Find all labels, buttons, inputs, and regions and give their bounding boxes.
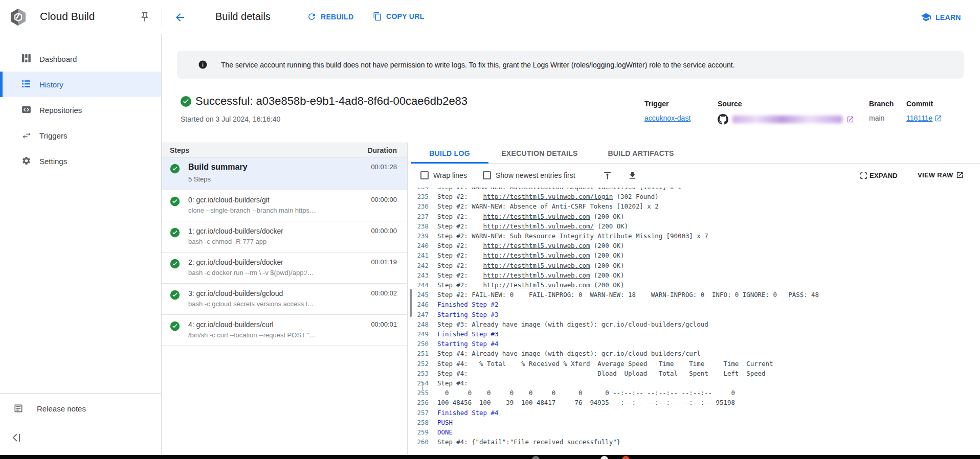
step-row-1[interactable]: 1: gcr.io/cloud-builders/dockerbash -c c… (162, 221, 407, 253)
branch-label: Branch (869, 100, 894, 108)
log-line-text: Finished Step #4 (437, 408, 498, 418)
log-line-number[interactable]: 242 (411, 261, 429, 270)
log-line-number[interactable]: 258 (411, 418, 429, 427)
steps-column-header: Steps (170, 146, 189, 154)
log-line-number[interactable]: 248 (411, 319, 429, 329)
log-url-link[interactable]: http://testhtml5.vulnweb.com (483, 251, 590, 259)
log-line-number[interactable]: 240 (411, 241, 429, 250)
log-line: 245Step #2: FAIL-NEW: 0 FAIL-INPROG: 0 W… (411, 290, 980, 300)
log-line-text: Step #2: http://testhtml5.vulnweb.com (2… (437, 250, 625, 260)
log-line-number[interactable]: 246 (411, 300, 429, 309)
commit-link[interactable]: 118111e (906, 114, 932, 122)
log-url-link[interactable]: http://testhtml5.vulnweb.com (483, 281, 590, 289)
tab-build-log[interactable]: BUILD LOG (411, 143, 488, 164)
log-line-number[interactable]: 252 (411, 359, 429, 369)
download-logs-icon[interactable] (628, 171, 637, 180)
app-title: Cloud Build (40, 10, 95, 22)
log-url-link[interactable]: http://testhtml5.vulnweb.com/ (483, 222, 594, 230)
steps-panel: Steps Duration Build summary 5 Steps 00:… (162, 143, 408, 455)
log-url-link[interactable]: http://testhtml5.vulnweb.com (483, 271, 590, 279)
log-line-number[interactable]: 241 (411, 250, 429, 260)
log-line-number[interactable]: 257 (411, 408, 429, 418)
log-line-number[interactable]: 243 (411, 270, 429, 280)
step-subtitle: bash -c chmod -R 777 app (188, 238, 266, 245)
log-line-number[interactable]: 259 (411, 427, 429, 437)
log-line-number[interactable]: 236 (411, 201, 429, 211)
log-line-number[interactable]: 251 (411, 349, 429, 358)
log-line-number[interactable]: 245 (411, 290, 429, 300)
copy-icon (373, 12, 382, 21)
source-link-redacted[interactable] (718, 114, 854, 125)
scroll-to-top-icon[interactable] (603, 171, 612, 180)
log-line-number[interactable]: 238 (411, 221, 429, 231)
sidebar-item-release-notes[interactable]: Release notes (0, 396, 161, 421)
view-raw-button[interactable]: VIEW RAW (918, 171, 964, 179)
log-line-number[interactable]: 235 (411, 192, 429, 201)
log-line-number[interactable]: 254 (411, 378, 429, 388)
log-line-number[interactable]: 249 (411, 329, 429, 339)
github-icon (718, 114, 728, 125)
release-notes-icon (13, 403, 24, 414)
log-viewer[interactable]: 234Step #2: WARN-NEW: Authentication Req… (411, 188, 980, 455)
expand-button[interactable]: EXPAND (859, 171, 898, 180)
log-line-number[interactable]: 237 (411, 212, 429, 221)
sidebar-item-triggers[interactable]: Triggers (0, 123, 161, 148)
collapse-nav-icon[interactable] (11, 433, 23, 444)
log-line-number[interactable]: 239 (411, 231, 429, 241)
log-line-number[interactable]: 260 (411, 437, 429, 447)
step-row-3[interactable]: 3: gcr.io/cloud-builders/gcloudbash -c g… (162, 284, 407, 315)
log-line: 250Starting Step #4 (411, 339, 980, 349)
sidebar-item-repositories[interactable]: Repositories (0, 97, 161, 123)
log-line-text: Step #4: {"detail":"File received succes… (437, 437, 620, 447)
log-line-text: Step #2: http://testhtml5.vulnweb.com/lo… (437, 192, 659, 201)
sidebar-item-settings[interactable]: Settings (0, 148, 161, 174)
log-line-text: Step #2: http://testhtml5.vulnweb.com (2… (437, 241, 625, 250)
copy-url-button[interactable]: COPY URL (373, 12, 425, 21)
branch-value: main (869, 114, 884, 122)
build-status-title: Successful: a03e858b-e9b1-4ad8-8f6d-00ca… (195, 95, 467, 108)
banner-text: The service account running this build d… (221, 61, 735, 69)
newest-first-checkbox[interactable] (483, 171, 491, 179)
step-duration: 00:00:02 (371, 289, 397, 297)
rebuild-button[interactable]: REBUILD (307, 12, 353, 21)
log-url-link[interactable]: http://testhtml5.vulnweb.com (483, 213, 590, 220)
log-url-link[interactable]: http://testhtml5.vulnweb.com/login (483, 193, 613, 200)
log-line-number[interactable]: 250 (411, 339, 429, 349)
back-arrow-icon[interactable] (174, 11, 186, 24)
log-line: 234Step #2: WARN-NEW: Authentication Req… (411, 188, 980, 192)
log-line: 251Step #4: Already have image (with dig… (411, 349, 980, 358)
step-row-4[interactable]: 4: gcr.io/cloud-builders/curl/bin/sh -c … (162, 315, 407, 346)
pin-icon[interactable] (139, 11, 150, 22)
log-line-number[interactable]: 234 (411, 188, 429, 192)
log-line-number[interactable]: 244 (411, 280, 429, 290)
sidebar-item-dashboard[interactable]: Dashboard (0, 46, 161, 72)
tab-execution-details[interactable]: EXECUTION DETAILS (488, 143, 591, 164)
trigger-link[interactable]: accuknox-dast (644, 114, 691, 122)
log-line-number[interactable]: 247 (411, 310, 429, 319)
log-line: 244Step #2: http://testhtml5.vulnweb.com… (411, 280, 980, 290)
log-line-number[interactable]: 256 (411, 398, 429, 407)
log-line-number[interactable]: 253 (411, 369, 429, 378)
permission-banner: The service account running this build d… (177, 51, 964, 79)
build-summary-row[interactable]: Build summary 5 Steps 00:01:28 (162, 157, 407, 190)
log-line: 253Step #4: Dload Upload Total Spent Lef… (411, 369, 980, 378)
step-subtitle: /bin/sh -c curl --location --request POS… (188, 331, 316, 339)
wrap-lines-checkbox[interactable] (420, 171, 429, 179)
log-url-link[interactable]: http://testhtml5.vulnweb.com (483, 262, 590, 269)
step-duration: 00:00:01 (371, 320, 397, 328)
log-line: 242Step #2: http://testhtml5.vulnweb.com… (411, 261, 980, 270)
step-subtitle: bash -c gcloud secrets versions access l… (188, 300, 314, 308)
log-scrollbar-thumb[interactable] (410, 289, 412, 317)
tab-build-artifacts[interactable]: BUILD ARTIFACTS (591, 143, 691, 164)
log-lines: 234Step #2: WARN-NEW: Authentication Req… (411, 188, 980, 447)
log-url-link[interactable]: http://testhtml5.vulnweb.com (483, 242, 590, 249)
step-row-0[interactable]: 0: gcr.io/cloud-builders/gitclone --sing… (162, 190, 407, 221)
log-line-number[interactable]: 255 (411, 388, 429, 398)
step-row-2[interactable]: 2: gcr.io/cloud-builders/dockerbash -c d… (162, 253, 407, 284)
build-summary-duration: 00:01:28 (371, 163, 397, 171)
learn-button[interactable]: LEARN (921, 12, 961, 22)
expand-icon (859, 171, 868, 180)
build-started-text: Started on 3 Jul 2024, 16:16:40 (181, 115, 280, 123)
sidebar-item-history[interactable]: History (0, 72, 161, 97)
meta-commit: Commit 118111e (906, 100, 933, 108)
